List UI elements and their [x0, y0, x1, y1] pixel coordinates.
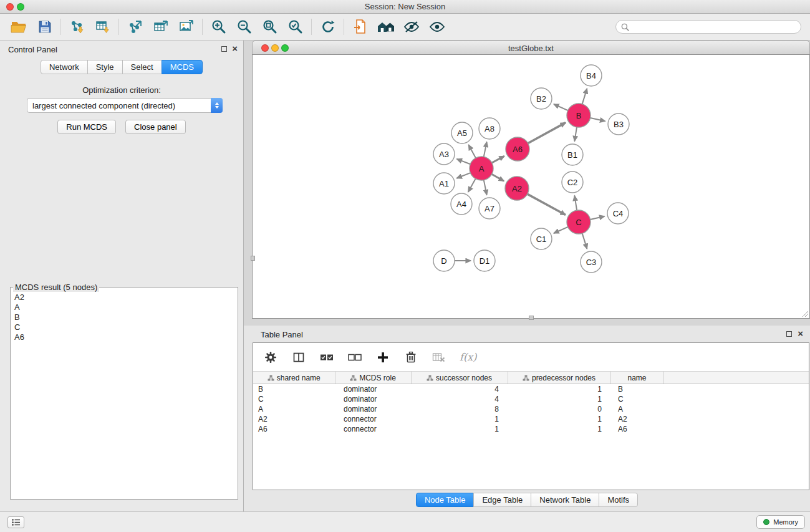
result-item[interactable]: C — [14, 322, 238, 332]
show-columns-button[interactable] — [291, 350, 306, 365]
tab-network[interactable]: Network — [41, 60, 88, 74]
export-image-button[interactable] — [173, 16, 199, 38]
toolbar-separator — [118, 19, 119, 35]
column-header-successor-nodes[interactable]: successor nodes — [411, 372, 508, 384]
graph-edge-B-B4[interactable] — [582, 89, 587, 104]
float-panel-icon[interactable] — [221, 46, 227, 52]
graph-edge-B-B3[interactable] — [591, 118, 605, 121]
table-row[interactable]: Cdominator41C — [253, 394, 809, 404]
tab-motifs[interactable]: Motifs — [599, 493, 638, 507]
close-panel-button[interactable]: Close panel — [125, 120, 186, 134]
column-header-shared-name[interactable]: shared name — [253, 372, 335, 384]
tab-mcds[interactable]: MCDS — [162, 60, 203, 74]
graph-edge-A6-B[interactable] — [528, 123, 566, 143]
graph-edge-A-A7[interactable] — [484, 180, 487, 195]
function-builder-button[interactable]: f(x) — [460, 350, 476, 365]
network-window-titlebar[interactable]: testGlobe.txt — [252, 41, 810, 54]
import-table-from-file-button[interactable] — [90, 16, 115, 38]
graph-edge-C-C3[interactable] — [582, 233, 587, 249]
table-row[interactable]: Adominator80A — [253, 404, 809, 414]
zoom-fit-button[interactable] — [257, 16, 282, 38]
add-column-button[interactable] — [375, 350, 390, 365]
checked-boxes-icon — [320, 353, 334, 362]
table-row[interactable]: A6connector11A6 — [253, 424, 809, 434]
result-item[interactable]: A2 — [14, 293, 238, 302]
table-row[interactable]: Bdominator41B — [253, 384, 809, 394]
graph-edge-B-B1[interactable] — [574, 127, 577, 142]
memory-button[interactable]: Memory — [756, 515, 805, 529]
control-panel: Control Panel × Network Style Select MCD… — [0, 41, 244, 511]
graph-edge-C-C2[interactable] — [574, 196, 577, 211]
graph-edge-C-C1[interactable] — [554, 227, 568, 233]
zoom-in-button[interactable] — [206, 16, 231, 38]
graph-edge-A-A2[interactable] — [492, 174, 504, 181]
graph-node-label: B — [576, 111, 582, 120]
hide-graphics-details-button[interactable] — [398, 16, 424, 38]
graph-node-label: D1 — [480, 256, 490, 266]
column-header-mcds-role[interactable]: MCDS role — [335, 372, 411, 384]
graph-edge-A-A1[interactable] — [456, 173, 470, 178]
document-icon — [353, 19, 368, 35]
refresh-view-button[interactable] — [315, 16, 340, 38]
delete-column-button[interactable] — [403, 350, 418, 365]
unchecked-boxes-icon — [348, 353, 362, 362]
float-table-panel-icon[interactable] — [786, 331, 792, 337]
mcds-result-list: A2ABCA6 — [11, 292, 238, 342]
close-table-panel-icon[interactable]: × — [798, 329, 803, 339]
result-item[interactable]: A — [14, 302, 238, 312]
tab-select[interactable]: Select — [122, 60, 162, 74]
close-panel-icon[interactable]: × — [232, 44, 238, 54]
graph-edge-A-A8[interactable] — [484, 142, 487, 157]
network-window-title: testGlobe.txt — [253, 44, 809, 53]
splitter-handle[interactable] — [251, 256, 255, 261]
graph-edge-A-A3[interactable] — [457, 159, 471, 164]
splitter-handle[interactable] — [529, 316, 534, 320]
show-graphics-details-button[interactable] — [424, 16, 450, 38]
resize-grip-icon[interactable] — [801, 309, 809, 317]
export-table-button[interactable] — [148, 16, 173, 38]
graph-edge-C-C4[interactable] — [591, 216, 605, 220]
criterion-dropdown[interactable]: largest connected component (directed) — [27, 98, 223, 113]
search-box[interactable] — [615, 20, 801, 34]
export-network-button[interactable] — [122, 16, 148, 38]
attribute-type-icon — [523, 375, 529, 381]
graph-edge-A-A4[interactable] — [468, 179, 476, 192]
result-item[interactable]: B — [14, 312, 238, 322]
graph-edge-A-A6[interactable] — [492, 156, 504, 163]
mcds-result-box: MCDS result (5 nodes) A2ABCA6 — [10, 283, 238, 500]
network-graph[interactable]: B4B2BB3A5A8A6B1A3AC2A1A2A4A7C4CC1C3DD1 — [253, 55, 809, 318]
table-row[interactable]: A2connector11A2 — [253, 414, 809, 424]
toolbar-separator — [202, 19, 203, 35]
open-document-button[interactable] — [347, 16, 373, 38]
zoom-out-icon — [236, 19, 253, 35]
search-input[interactable] — [632, 22, 796, 32]
delete-table-button[interactable] — [432, 350, 446, 365]
select-all-button[interactable] — [319, 350, 334, 365]
column-header-name[interactable]: name — [610, 372, 663, 384]
open-session-button[interactable] — [6, 16, 32, 38]
deselect-all-button[interactable] — [347, 350, 362, 365]
result-item[interactable]: A6 — [14, 332, 238, 342]
graph-node-label: C3 — [586, 258, 597, 267]
graph-edge-B-B2[interactable] — [554, 104, 568, 110]
tab-network-table[interactable]: Network Table — [531, 493, 599, 507]
network-canvas[interactable]: B4B2BB3A5A8A6B1A3AC2A1A2A4A7C4CC1C3DD1 — [252, 54, 810, 319]
eye-icon — [428, 19, 446, 34]
mcds-buttons-row: Run MCDS Close panel — [0, 120, 243, 134]
graph-edge-A2-C[interactable] — [528, 194, 566, 215]
refresh-icon — [320, 19, 336, 35]
task-history-button[interactable] — [7, 516, 24, 528]
graph-edge-A-A5[interactable] — [469, 145, 476, 158]
save-session-button[interactable] — [32, 16, 57, 38]
import-network-from-file-button[interactable] — [64, 16, 90, 38]
column-header-predecessor-nodes[interactable]: predecessor nodes — [508, 372, 610, 384]
control-panel-title: Control Panel — [8, 45, 57, 54]
table-settings-button[interactable] — [263, 350, 278, 365]
zoom-out-button[interactable] — [231, 16, 257, 38]
home-views-button[interactable] — [373, 16, 398, 38]
tab-edge-table[interactable]: Edge Table — [473, 493, 531, 507]
tab-style[interactable]: Style — [87, 60, 123, 74]
tab-node-table[interactable]: Node Table — [416, 493, 475, 507]
run-mcds-button[interactable]: Run MCDS — [57, 120, 116, 134]
zoom-selected-button[interactable] — [282, 16, 308, 38]
